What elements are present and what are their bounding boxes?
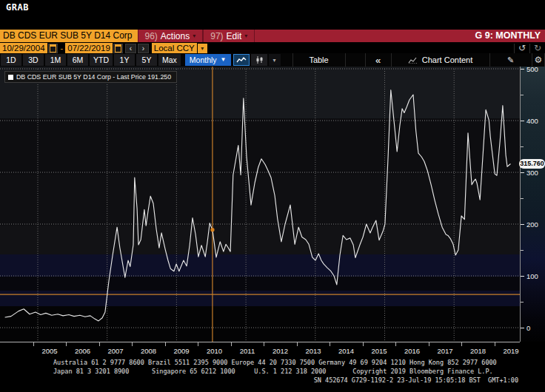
x-axis-tick: [198, 342, 198, 346]
security-name[interactable]: DB CDS EUR SUB 5Y D14 Corp: [0, 30, 138, 42]
range-button-6m[interactable]: 6M: [67, 54, 88, 66]
range-button-group: 1D3D1M6MYTD1Y5YMax: [1, 54, 182, 66]
chart-legend[interactable]: DB CDS EUR SUB 5Y D14 Corp - Last Price …: [4, 71, 177, 83]
chart-content-icon: [408, 56, 418, 64]
x-axis: 2005200620072008200920102011201220132014…: [0, 342, 545, 357]
x-axis-label: 2008: [134, 347, 164, 355]
y-axis-label: 300: [526, 169, 538, 177]
actions-number: 96): [145, 31, 158, 41]
calendar-glyph: [50, 44, 56, 53]
chevron-down-icon: ▾: [193, 33, 195, 39]
chart-content-button[interactable]: Chart Content: [392, 53, 490, 67]
chevron-down-icon: ▾: [244, 33, 247, 39]
y-axis-tick: [521, 121, 524, 121]
x-axis-label: 2011: [233, 347, 262, 355]
legend-text: DB CDS EUR SUB 5Y D14 Corp - Last Price …: [16, 73, 171, 81]
undo-icon[interactable]: ↺: [514, 44, 529, 53]
x-axis-tick: [66, 342, 67, 346]
chevron-down-icon: ▼: [221, 54, 227, 66]
x-axis-label: 2009: [167, 347, 196, 355]
candlestick-type-button[interactable]: [251, 54, 267, 66]
redo-icon[interactable]: ↻: [529, 44, 545, 53]
x-axis-label: 2017: [430, 347, 460, 355]
x-axis-label: 2019: [496, 347, 526, 355]
background-band: [0, 254, 520, 277]
period-select[interactable]: Monthly ▼: [185, 54, 231, 66]
x-axis-label: 2015: [364, 347, 394, 355]
range-button-1d[interactable]: 1D: [1, 54, 21, 66]
y-axis-minor-tick: [521, 250, 524, 251]
footer-contacts-line1: Australia 61 2 9777 8600 Brazil 5511 239…: [0, 358, 545, 367]
y-axis-tick: [521, 224, 524, 225]
annotation-marker-dot[interactable]: [210, 228, 214, 232]
chart-canvas: [0, 67, 545, 342]
y-axis-panel: 0100200300400500: [521, 67, 545, 342]
edit-button[interactable]: 97) Edit ▾: [203, 30, 255, 42]
background-band: [0, 277, 520, 291]
table-button[interactable]: Table: [292, 53, 346, 67]
y-axis-tick: [521, 276, 524, 277]
x-axis-label: 2010: [200, 347, 230, 355]
range-button-3d[interactable]: 3D: [23, 54, 44, 66]
x-axis-label: 2016: [398, 347, 427, 355]
calendar-icon[interactable]: [113, 44, 123, 53]
background-band: [0, 291, 520, 306]
y-axis-label: 500: [526, 65, 538, 73]
x-axis-tick: [363, 342, 364, 346]
end-date-input[interactable]: 07/22/2019: [65, 43, 113, 53]
chevron-down-icon[interactable]: ▾: [198, 44, 207, 53]
x-axis-label: 2005: [35, 347, 64, 355]
next-arrow-button[interactable]: ›: [138, 44, 149, 53]
background-band: [0, 175, 520, 226]
y-axis-tick: [521, 69, 524, 70]
terminal-footer: Australia 61 2 9777 8600 Brazil 5511 239…: [0, 358, 545, 385]
title-bar: DB CDS EUR SUB 5Y D14 Corp 96) Actions ▾…: [0, 30, 545, 42]
prev-arrow-button[interactable]: ‹: [125, 44, 136, 53]
collapse-panel-button[interactable]: «: [365, 53, 392, 67]
chart-type-dropdown-button[interactable]: ▾: [269, 54, 281, 66]
x-axis-tick: [330, 342, 330, 346]
y-axis-label: 200: [526, 220, 538, 229]
footer-contacts-line2: Japan 81 3 3201 8900 Singapore 65 6212 1…: [0, 367, 545, 376]
x-axis-label: 2018: [464, 347, 493, 355]
range-button-ytd[interactable]: YTD: [90, 54, 113, 66]
edit-number: 97): [210, 31, 223, 41]
background-band: [0, 306, 520, 342]
range-button-1y[interactable]: 1Y: [114, 54, 135, 66]
candlestick-icon: [255, 55, 264, 64]
date-separator: -: [58, 44, 66, 53]
edit-label: Edit: [227, 31, 242, 41]
x-axis-label: 2014: [332, 347, 361, 355]
x-axis-tick: [395, 342, 396, 346]
annotate-icon: ✎: [507, 55, 514, 65]
footer-session-line: SN 452674 G729-1192-2 23-Jul-19 15:05:18…: [0, 376, 545, 385]
price-chart-plot[interactable]: [0, 67, 545, 342]
y-axis-line: [520, 67, 521, 342]
grab-label: GRAB: [6, 2, 29, 13]
start-date-input[interactable]: 10/29/2004: [0, 43, 47, 53]
x-axis-tick: [297, 342, 298, 346]
calendar-icon[interactable]: [48, 44, 58, 53]
last-price-axis-label: 315.760: [519, 159, 545, 169]
x-axis-tick: [429, 342, 429, 346]
background-band: [0, 118, 520, 175]
currency-select[interactable]: Local CCY: [152, 43, 197, 53]
y-axis-tick: [521, 172, 524, 173]
line-chart-type-button[interactable]: [233, 54, 250, 66]
range-button-1m[interactable]: 1M: [45, 54, 66, 66]
annotate-button[interactable]: ✎: [490, 53, 532, 67]
line-chart-icon: [236, 56, 247, 64]
y-axis-label: 100: [526, 272, 538, 280]
chart-content-label: Chart Content: [422, 55, 472, 64]
range-button-5y[interactable]: 5Y: [136, 54, 157, 66]
chevron-down-icon: ▾: [273, 57, 276, 64]
y-axis-label: 0: [526, 324, 530, 332]
x-axis-tick: [495, 342, 495, 346]
actions-label: Actions: [161, 31, 190, 41]
background-band: [0, 226, 520, 254]
y-axis-minor-tick: [521, 198, 524, 199]
calendar-glyph: [115, 44, 121, 53]
x-axis-tick: [231, 342, 232, 346]
range-button-max[interactable]: Max: [158, 54, 181, 66]
actions-button[interactable]: 96) Actions ▾: [138, 30, 204, 42]
